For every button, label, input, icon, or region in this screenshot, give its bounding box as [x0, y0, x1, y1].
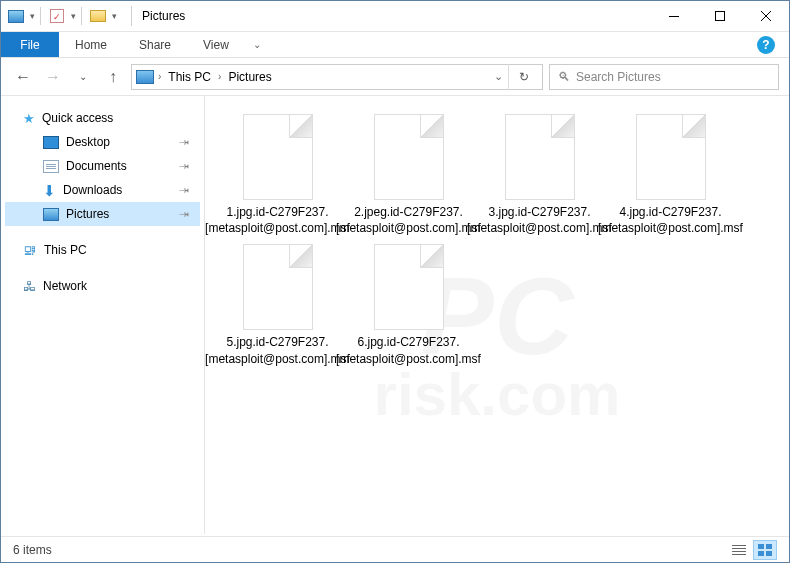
sidebar-item-downloads[interactable]: ⬇ Downloads 📌︎: [5, 178, 200, 202]
qat-overflow-icon[interactable]: ▾: [112, 11, 117, 21]
file-item[interactable]: 1.jpg.id-C279F237.[metasploit@post.com].…: [215, 114, 340, 236]
file-item[interactable]: 3.jpg.id-C279F237.[metasploit@post.com].…: [477, 114, 602, 236]
svg-rect-7: [732, 554, 746, 555]
help-button[interactable]: ?: [757, 36, 775, 54]
svg-rect-1: [716, 12, 725, 21]
sidebar-this-pc[interactable]: 🖳 This PC: [5, 238, 200, 262]
svg-rect-4: [732, 545, 746, 546]
sidebar-label: This PC: [44, 243, 87, 257]
svg-rect-9: [766, 544, 772, 549]
file-icon: [243, 244, 313, 330]
search-placeholder: Search Pictures: [576, 70, 661, 84]
svg-rect-6: [732, 551, 746, 552]
tab-home[interactable]: Home: [59, 32, 123, 57]
navigation-pane: ★ Quick access Desktop 📌︎ Documents 📌︎ ⬇…: [1, 96, 205, 534]
crumb-pictures[interactable]: Pictures: [223, 70, 276, 84]
view-large-icons-button[interactable]: [753, 540, 777, 560]
sidebar-quick-access[interactable]: ★ Quick access: [5, 106, 200, 130]
network-icon: 🖧: [23, 279, 36, 294]
ribbon-tabs: File Home Share View ⌄ ?: [1, 32, 789, 58]
chevron-right-icon[interactable]: ›: [218, 71, 221, 82]
file-icon: [505, 114, 575, 200]
file-item[interactable]: 2.jpeg.id-C279F237.[metasploit@post.com]…: [346, 114, 471, 236]
chevron-right-icon[interactable]: ›: [158, 71, 161, 82]
file-item[interactable]: 4.jpg.id-C279F237.[metasploit@post.com].…: [608, 114, 733, 236]
forward-button[interactable]: →: [41, 65, 65, 89]
file-name: 5.jpg.id-C279F237.[metasploit@post.com].…: [203, 334, 352, 366]
pin-icon: 📌︎: [176, 182, 192, 198]
pictures-location-icon: [136, 70, 154, 84]
back-button[interactable]: ←: [11, 65, 35, 89]
star-icon: ★: [23, 111, 35, 126]
sidebar-item-label: Downloads: [63, 183, 122, 197]
svg-rect-0: [669, 16, 679, 17]
file-name: 2.jpeg.id-C279F237.[metasploit@post.com]…: [334, 204, 483, 236]
pictures-icon: [43, 208, 59, 221]
file-name: 1.jpg.id-C279F237.[metasploit@post.com].…: [203, 204, 352, 236]
sidebar-label: Network: [43, 279, 87, 293]
folder-icon: [87, 5, 109, 27]
pictures-app-icon: [5, 5, 27, 27]
breadcrumb-dropdown-icon[interactable]: ⌄: [494, 70, 503, 83]
svg-rect-11: [766, 551, 772, 556]
tab-view[interactable]: View: [187, 32, 245, 57]
search-input[interactable]: 🔍︎ Search Pictures: [549, 64, 779, 90]
tab-share[interactable]: Share: [123, 32, 187, 57]
file-item[interactable]: 5.jpg.id-C279F237.[metasploit@post.com].…: [215, 244, 340, 366]
svg-rect-5: [732, 548, 746, 549]
pin-icon: 📌︎: [176, 134, 192, 150]
watermark: risk.com: [374, 359, 621, 428]
close-button[interactable]: [743, 1, 789, 31]
qat-dropdown2-icon[interactable]: ▾: [71, 11, 76, 21]
downloads-icon: ⬇: [43, 183, 56, 198]
svg-rect-10: [758, 551, 764, 556]
file-icon: [374, 244, 444, 330]
file-list[interactable]: PC risk.com 1.jpg.id-C279F237.[metasploi…: [205, 96, 789, 534]
ribbon-expand-icon[interactable]: ⌄: [245, 32, 269, 57]
maximize-button[interactable]: [697, 1, 743, 31]
view-details-button[interactable]: [727, 540, 751, 560]
svg-rect-8: [758, 544, 764, 549]
sidebar-item-desktop[interactable]: Desktop 📌︎: [5, 130, 200, 154]
sidebar-item-label: Documents: [66, 159, 127, 173]
sidebar-item-label: Desktop: [66, 135, 110, 149]
sidebar-network[interactable]: 🖧 Network: [5, 274, 200, 298]
desktop-icon: [43, 136, 59, 149]
refresh-button[interactable]: ↻: [508, 64, 538, 90]
status-item-count: 6 items: [13, 543, 52, 557]
titlebar: ▾ ✓ ▾ ▾ Pictures: [1, 1, 789, 32]
minimize-button[interactable]: [651, 1, 697, 31]
sidebar-label: Quick access: [42, 111, 113, 125]
up-button[interactable]: ↑: [101, 65, 125, 89]
file-name: 6.jpg.id-C279F237.[metasploit@post.com].…: [334, 334, 483, 366]
sidebar-item-label: Pictures: [66, 207, 109, 221]
documents-icon: [43, 160, 59, 173]
file-tab[interactable]: File: [1, 32, 59, 57]
file-name: 3.jpg.id-C279F237.[metasploit@post.com].…: [465, 204, 614, 236]
properties-icon[interactable]: ✓: [46, 5, 68, 27]
sidebar-item-documents[interactable]: Documents 📌︎: [5, 154, 200, 178]
pin-icon: 📌︎: [176, 158, 192, 174]
recent-locations-button[interactable]: ⌄: [71, 65, 95, 89]
file-icon: [636, 114, 706, 200]
status-bar: 6 items: [1, 536, 789, 562]
qat-dropdown-icon[interactable]: ▾: [30, 11, 35, 21]
file-name: 4.jpg.id-C279F237.[metasploit@post.com].…: [596, 204, 745, 236]
pc-icon: 🖳: [23, 242, 37, 258]
breadcrumb[interactable]: › This PC › Pictures ⌄ ↻: [131, 64, 543, 90]
file-icon: [374, 114, 444, 200]
window-title: Pictures: [142, 9, 185, 23]
crumb-this-pc[interactable]: This PC: [163, 70, 216, 84]
address-bar: ← → ⌄ ↑ › This PC › Pictures ⌄ ↻ 🔍︎ Sear…: [1, 58, 789, 96]
sidebar-item-pictures[interactable]: Pictures 📌︎: [5, 202, 200, 226]
pin-icon: 📌︎: [176, 206, 192, 222]
file-icon: [243, 114, 313, 200]
file-item[interactable]: 6.jpg.id-C279F237.[metasploit@post.com].…: [346, 244, 471, 366]
search-icon: 🔍︎: [558, 70, 570, 84]
quick-access-toolbar: ▾ ✓ ▾ ▾: [1, 5, 121, 27]
